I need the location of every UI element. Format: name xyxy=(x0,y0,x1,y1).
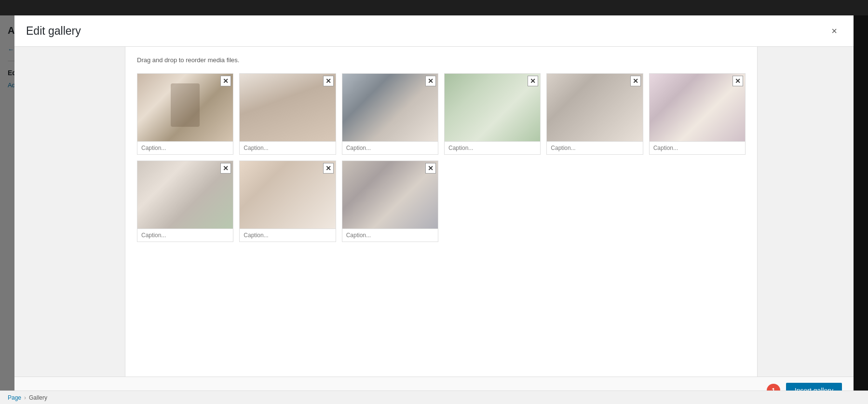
caption-input-4[interactable] xyxy=(445,141,540,154)
modal-header: Edit gallery × xyxy=(14,15,854,47)
remove-image-1-button[interactable]: ✕ xyxy=(220,76,231,86)
gallery-image-3 xyxy=(342,74,438,141)
remove-image-2-button[interactable]: ✕ xyxy=(323,76,334,86)
remove-image-8-button[interactable]: ✕ xyxy=(323,163,334,174)
gallery-image-4 xyxy=(445,74,540,141)
breadcrumb-gallery: Gallery xyxy=(29,394,47,401)
remove-image-6-button[interactable]: ✕ xyxy=(732,76,743,86)
breadcrumb-separator: › xyxy=(24,394,26,401)
caption-input-7[interactable] xyxy=(137,229,233,242)
remove-image-3-button[interactable]: ✕ xyxy=(425,76,436,86)
gallery-item: ✕ xyxy=(649,73,746,155)
gallery-image-1 xyxy=(137,74,233,141)
gallery-image-8 xyxy=(240,161,335,229)
gallery-item: ✕ xyxy=(137,161,233,242)
gallery-image-9 xyxy=(342,161,438,229)
gallery-image-6 xyxy=(650,74,745,141)
remove-image-5-button[interactable]: ✕ xyxy=(630,76,641,86)
caption-input-1[interactable] xyxy=(137,141,233,154)
gallery-image-7 xyxy=(137,161,233,229)
gallery-image-5 xyxy=(547,74,642,141)
caption-input-2[interactable] xyxy=(240,141,335,154)
caption-input-5[interactable] xyxy=(547,141,642,154)
caption-input-6[interactable] xyxy=(650,141,745,154)
gallery-item: ✕ xyxy=(546,73,643,155)
caption-input-3[interactable] xyxy=(342,141,438,154)
modal-body: Drag and drop to reorder media files. ✕ … xyxy=(14,47,854,377)
right-panel xyxy=(757,47,854,377)
gallery-item: ✕ xyxy=(342,73,438,155)
drag-hint: Drag and drop to reorder media files. xyxy=(137,56,746,64)
remove-image-4-button[interactable]: ✕ xyxy=(528,76,538,86)
gallery-row-2: ✕ ✕ ✕ xyxy=(137,161,746,242)
gallery-item: ✕ xyxy=(444,73,541,155)
caption-input-8[interactable] xyxy=(240,229,335,242)
remove-image-9-button[interactable]: ✕ xyxy=(425,163,436,174)
gallery-item: ✕ xyxy=(342,161,438,242)
gallery-row-1: ✕ ✕ ✕ ✕ xyxy=(137,73,746,155)
gallery-item: ✕ xyxy=(239,73,336,155)
breadcrumb-page-link[interactable]: Page xyxy=(8,394,21,401)
breadcrumb-bar: Page › Gallery xyxy=(0,391,868,404)
modal-close-button[interactable]: × xyxy=(827,23,842,39)
gallery-item: ✕ xyxy=(137,73,233,155)
gallery-content-area: Drag and drop to reorder media files. ✕ … xyxy=(125,47,757,377)
edit-gallery-modal: Edit gallery × Drag and drop to reorder … xyxy=(14,15,854,404)
caption-input-9[interactable] xyxy=(342,229,438,242)
remove-image-7-button[interactable]: ✕ xyxy=(220,163,231,174)
gallery-item: ✕ xyxy=(239,161,336,242)
modal-title: Edit gallery xyxy=(26,25,81,38)
gallery-image-2 xyxy=(240,74,335,141)
modal-left-spacer xyxy=(14,47,125,377)
